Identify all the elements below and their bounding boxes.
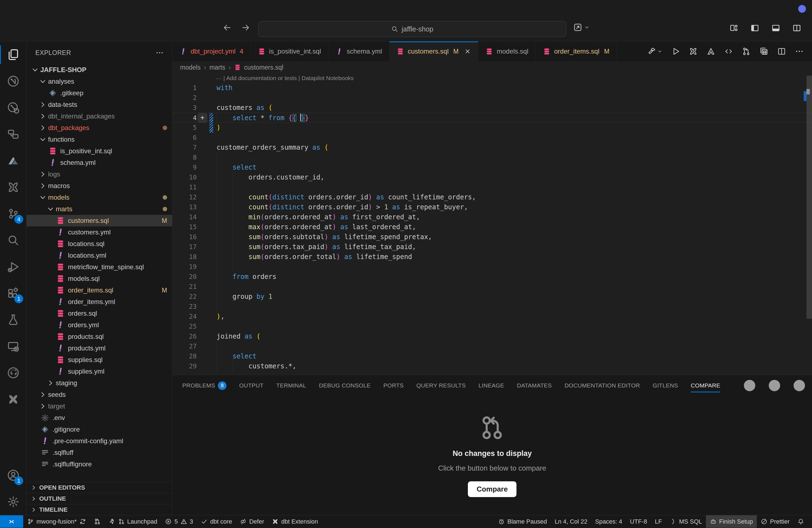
section-open-editors[interactable]: OPEN EDITORS (27, 482, 172, 493)
back-arrow-icon[interactable] (222, 23, 231, 32)
tree-item-order_items.sql[interactable]: order_items.sqlM (27, 284, 172, 296)
code-line-22[interactable]: 22 group by 1 (172, 292, 812, 302)
breadcrumb-item[interactable]: models (180, 64, 201, 71)
tree-item-models[interactable]: models (27, 192, 172, 203)
run-icon[interactable] (671, 47, 680, 56)
tree-item-macros[interactable]: macros (27, 180, 172, 192)
status-dbt-core[interactable]: dbt core (197, 515, 236, 528)
tree-item-metricflow_time_spine.sql[interactable]: metricflow_time_spine.sql (27, 261, 172, 273)
tree-item-staging[interactable]: staging (27, 377, 172, 389)
activity-item-run-debug[interactable] (0, 253, 27, 280)
code-line-9[interactable]: 9 select (172, 162, 812, 172)
panel-tab-gitlens[interactable]: GITLENS (653, 375, 678, 396)
layout-sidebar-icon[interactable] (750, 23, 759, 33)
tree-item-order_items.yml[interactable]: order_items.yml (27, 296, 172, 308)
code-line-18[interactable]: 18 sum(orders.order_total) as lifetime_s… (172, 252, 812, 262)
compare-changes-icon[interactable] (742, 47, 751, 56)
code-line-7[interactable]: 7customer_orders_summary as ( (172, 143, 812, 152)
tab-models.sql[interactable]: models.sql (478, 41, 536, 61)
status-encoding[interactable]: UTF-8 (626, 515, 651, 528)
code-line-23[interactable]: 23 (172, 302, 812, 311)
tree-item-models.sql[interactable]: models.sql (27, 273, 172, 284)
panel-tab-compare[interactable]: COMPARE (691, 375, 720, 396)
activity-item-settings-gear[interactable] (0, 488, 27, 515)
status-cursor-position[interactable]: Ln 4, Col 22 (551, 515, 591, 528)
codelens[interactable]: ··· | Add documentation or tests | Datap… (172, 73, 812, 83)
tree-item-.pre-commit-config.yaml[interactable]: .pre-commit-config.yaml (27, 435, 172, 447)
dbt-power-user-icon[interactable] (689, 47, 698, 56)
panel-tab-problems[interactable]: PROBLEMS8 (182, 375, 227, 396)
code-line-28[interactable]: 28 select (172, 351, 812, 361)
panel-tab-debug-console[interactable]: DEBUG CONSOLE (319, 375, 371, 396)
panel-tab-terminal[interactable]: TERMINAL (276, 375, 306, 396)
tree-item-supplies.sql[interactable]: supplies.sql (27, 354, 172, 366)
code-line-24[interactable]: 24), (172, 311, 812, 321)
command-center-search[interactable]: jaffle-shop (258, 21, 566, 37)
tree-item-.env[interactable]: .env (27, 412, 172, 424)
status-git-compare[interactable] (90, 515, 105, 528)
activity-item-files[interactable] (0, 41, 27, 68)
add-line-action-button[interactable]: + (198, 113, 207, 122)
panel-tab-lineage[interactable]: LINEAGE (478, 375, 504, 396)
tree-item-.sqlfluff[interactable]: .sqlfluff (27, 447, 172, 458)
tree-item-seeds[interactable]: seeds (27, 389, 172, 400)
tree-item-.sqlfluffignore[interactable]: .sqlfluffignore (27, 458, 172, 470)
activity-item-dbt-lineage[interactable] (0, 94, 27, 121)
code-line-26[interactable]: 26joined as ( (172, 332, 812, 341)
code-line-15[interactable]: 15 max(orders.ordered_at) as last_ordere… (172, 222, 812, 232)
forward-arrow-icon[interactable] (242, 23, 250, 32)
more-actions-icon[interactable] (795, 47, 804, 56)
tree-item-orders.sql[interactable]: orders.sql (27, 308, 172, 319)
status-language-mode[interactable]: MS SQL (666, 515, 706, 528)
scrollbar-handle[interactable] (807, 76, 812, 319)
layout-split-icon[interactable] (792, 23, 801, 33)
tree-item-products.sql[interactable]: products.sql (27, 331, 172, 342)
activity-item-github[interactable] (0, 360, 27, 386)
code-line-3[interactable]: 3customers as ( (172, 103, 812, 113)
activity-item-dbt-extension[interactable] (0, 386, 27, 413)
tree-item-dbt_packages[interactable]: dbt_packages (27, 122, 172, 134)
code-line-14[interactable]: 14 min(orders.ordered_at) as first_order… (172, 212, 812, 222)
section-timeline[interactable]: TIMELINE (27, 504, 172, 515)
code-line-12[interactable]: 12 count(distinct orders.order_id) as co… (172, 192, 812, 202)
activity-item-testing[interactable] (0, 307, 27, 333)
compare-button[interactable]: Compare (468, 481, 517, 497)
tree-item-locations.sql[interactable]: locations.sql (27, 238, 172, 250)
tree-item-orders.yml[interactable]: orders.yml (27, 319, 172, 331)
editor-scrollbar[interactable] (807, 73, 812, 375)
more-actions-icon[interactable] (156, 48, 164, 57)
tree-item-customers.yml[interactable]: customers.yml (27, 226, 172, 238)
status-prettier[interactable]: Prettier (757, 515, 794, 528)
tab-dbt_project.yml[interactable]: dbt_project.yml4 (172, 41, 251, 61)
status-eol[interactable]: LF (651, 515, 666, 528)
code-line-6[interactable]: 6 (172, 133, 812, 143)
activity-item-altimate[interactable] (0, 147, 27, 174)
tree-item-.gitignore[interactable]: .gitignore (27, 424, 172, 435)
status-blame[interactable]: Blame Paused (494, 515, 551, 528)
panel-tab-ports[interactable]: PORTS (383, 375, 404, 396)
section-outline[interactable]: OUTLINE (27, 493, 172, 504)
panel-tab-documentation-editor[interactable]: DOCUMENTATION EDITOR (565, 375, 640, 396)
activity-item-source-control[interactable]: 4 (0, 201, 27, 227)
code-line-19[interactable]: 19 (172, 262, 812, 272)
code-line-5[interactable]: 5) (172, 122, 812, 133)
code-line-10[interactable]: 10 orders.customer_id, (172, 172, 812, 182)
close-tab-icon[interactable] (464, 48, 471, 55)
panel-tab-output[interactable]: OUTPUT (239, 375, 263, 396)
tab-customers.sql[interactable]: customers.sqlM (389, 41, 478, 61)
show-code-icon[interactable] (724, 47, 733, 56)
status-problems[interactable]: 53 (161, 515, 197, 528)
activity-item-extensions[interactable]: 1 (0, 280, 27, 307)
activity-item-search[interactable] (0, 227, 27, 253)
activity-item-remote-explorer[interactable] (0, 333, 27, 360)
code-editor[interactable]: ··· | Add documentation or tests | Datap… (172, 73, 812, 375)
code-line-29[interactable]: 29 customers.*, (172, 361, 812, 371)
activity-item-query-editor[interactable] (0, 121, 27, 147)
breadcrumb-file[interactable]: customers.sql (244, 64, 284, 71)
code-line-17[interactable]: 17 sum(orders.tax_paid) as lifetime_tax_… (172, 242, 812, 252)
activity-item-accounts[interactable]: 1 (0, 462, 27, 488)
status-dbt-extension[interactable]: dbt Extension (268, 515, 322, 528)
code-line-2[interactable]: 2 (172, 93, 812, 103)
tab-order_items.sql[interactable]: order_items.sqlM (536, 41, 617, 61)
tree-item-products.yml[interactable]: products.yml (27, 342, 172, 354)
